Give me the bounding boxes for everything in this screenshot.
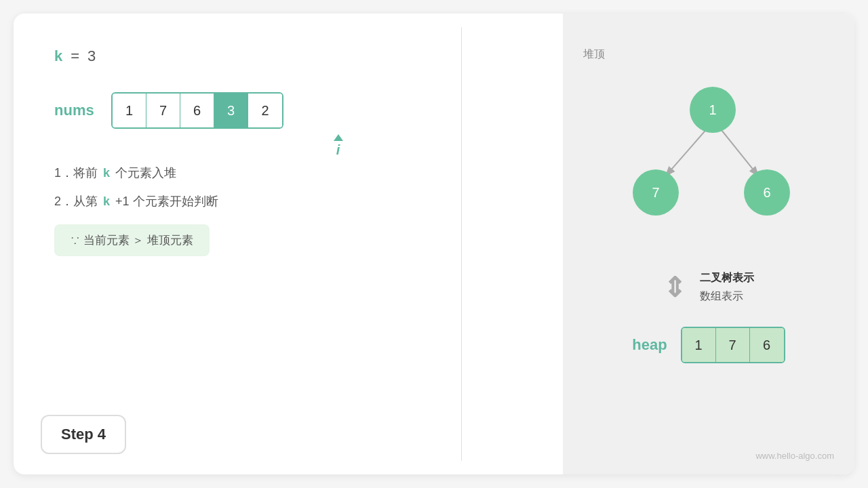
index-label: i [336,142,340,158]
heap-cell-1: 7 [716,328,750,362]
condition-box: ∵ 当前元素 ＞ 堆顶元素 [54,224,210,256]
step-1-prefix: 1．将前 [54,165,98,181]
nums-label: nums [54,102,95,119]
heap-cell-0: 1 [682,328,716,362]
heap-array-row: heap 1 7 6 [632,327,785,363]
k-value: 3 [87,47,96,65]
main-container: k = 3 nums 1 7 6 3 2 i 1．将前 k 个元素入堆 [14,14,854,474]
index-pointer: i [154,134,522,158]
toggle-arrow-icon[interactable]: ⇕ [663,272,686,303]
right-panel: 堆顶 1 7 6 [563,14,854,474]
step-2-suffix: +1 个元素开始判断 [115,193,218,209]
step-2-prefix: 2．从第 [54,193,98,209]
condition-text: ∵ 当前元素 ＞ 堆顶元素 [71,232,193,248]
step-2-k: k [103,195,110,209]
step-button[interactable]: Step 4 [41,415,126,454]
toggle-labels: 二叉树表示 数组表示 [700,271,754,304]
array-cell-2: 6 [180,94,214,127]
heap-top-label: 堆顶 [583,47,605,62]
step-1: 1．将前 k 个元素入堆 [54,165,522,181]
heap-array: 1 7 6 [681,327,785,363]
array-cell-0: 1 [113,94,146,127]
k-variable: k [54,47,62,65]
steps-section: 1．将前 k 个元素入堆 2．从第 k +1 个元素开始判断 ∵ 当前元素 ＞ … [54,165,522,256]
arrow-up-icon [334,134,343,141]
heap-cell-2: 6 [750,328,784,362]
array-cell-4: 2 [248,94,282,127]
step-1-suffix: 个元素入堆 [115,165,176,181]
step-1-k: k [103,166,110,180]
left-panel: k = 3 nums 1 7 6 3 2 i 1．将前 k 个元素入堆 [14,14,563,474]
tree-node-root-label: 1 [709,102,716,117]
heap-label: heap [632,336,667,354]
array-cell-1: 7 [146,94,180,127]
nums-array: 1 7 6 3 2 [111,92,283,129]
k-line: k = 3 [54,47,522,65]
toggle-label-tree[interactable]: 二叉树表示 [700,271,754,285]
tree-edge-right [719,127,757,175]
tree-node-right-label: 6 [763,185,770,200]
tree-node-left-label: 7 [652,185,659,200]
step-2: 2．从第 k +1 个元素开始判断 [54,193,522,209]
toggle-label-array[interactable]: 数组表示 [700,289,754,304]
tree-edge-left [667,127,709,175]
watermark: www.hello-algo.com [755,451,834,461]
equals-sign: = [71,47,79,65]
tree-svg: 1 7 6 [580,54,837,251]
toggle-section: ⇕ 二叉树表示 数组表示 [663,271,754,304]
tree-section: 1 7 6 [583,41,834,251]
nums-row: nums 1 7 6 3 2 [54,92,522,129]
array-cell-3: 3 [214,94,248,127]
divider [461,27,462,461]
